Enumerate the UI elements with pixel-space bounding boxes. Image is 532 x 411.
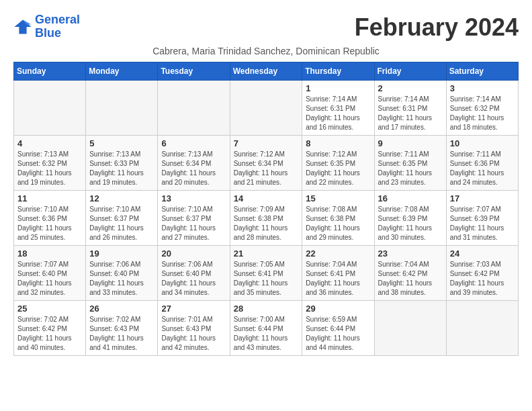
calendar-cell: 16Sunrise: 7:08 AM Sunset: 6:39 PM Dayli… [374, 191, 446, 246]
calendar-cell: 1Sunrise: 7:14 AM Sunset: 6:31 PM Daylig… [302, 81, 374, 136]
calendar-cell [374, 301, 446, 356]
calendar-cell: 13Sunrise: 7:10 AM Sunset: 6:37 PM Dayli… [158, 191, 230, 246]
day-number: 20 [161, 248, 226, 259]
calendar-cell: 2Sunrise: 7:14 AM Sunset: 6:31 PM Daylig… [374, 81, 446, 136]
day-number: 24 [450, 248, 515, 259]
calendar-cell: 27Sunrise: 7:01 AM Sunset: 6:43 PM Dayli… [158, 301, 230, 356]
calendar-body: 1Sunrise: 7:14 AM Sunset: 6:31 PM Daylig… [14, 81, 519, 356]
day-info: Sunrise: 7:09 AM Sunset: 6:38 PM Dayligh… [234, 205, 299, 242]
calendar-cell: 26Sunrise: 7:02 AM Sunset: 6:43 PM Dayli… [86, 301, 158, 356]
calendar-cell [230, 81, 302, 136]
calendar-week-5: 25Sunrise: 7:02 AM Sunset: 6:42 PM Dayli… [14, 301, 519, 356]
day-number: 21 [234, 248, 299, 259]
calendar-cell: 10Sunrise: 7:11 AM Sunset: 6:36 PM Dayli… [446, 136, 518, 191]
day-number: 12 [89, 193, 154, 203]
header-tuesday: Tuesday [158, 62, 230, 81]
day-number: 25 [17, 304, 82, 314]
day-number: 5 [89, 138, 154, 148]
day-info: Sunrise: 7:10 AM Sunset: 6:36 PM Dayligh… [17, 205, 82, 242]
calendar-cell: 25Sunrise: 7:02 AM Sunset: 6:42 PM Dayli… [14, 301, 86, 356]
logo-text: General Blue [35, 13, 80, 40]
calendar-cell: 19Sunrise: 7:06 AM Sunset: 6:40 PM Dayli… [86, 246, 158, 301]
calendar-week-2: 4Sunrise: 7:13 AM Sunset: 6:32 PM Daylig… [14, 136, 519, 191]
calendar-cell: 4Sunrise: 7:13 AM Sunset: 6:32 PM Daylig… [14, 136, 86, 191]
calendar-cell [86, 81, 158, 136]
calendar-table: Sunday Monday Tuesday Wednesday Thursday… [13, 62, 519, 356]
day-info: Sunrise: 7:12 AM Sunset: 6:35 PM Dayligh… [306, 150, 370, 187]
day-number: 13 [161, 193, 226, 203]
day-number: 29 [306, 304, 370, 314]
day-number: 23 [378, 248, 443, 259]
day-number: 8 [306, 138, 370, 148]
calendar-week-3: 11Sunrise: 7:10 AM Sunset: 6:36 PM Dayli… [14, 191, 519, 246]
logo-icon [13, 17, 32, 36]
day-info: Sunrise: 7:10 AM Sunset: 6:37 PM Dayligh… [161, 205, 226, 242]
day-info: Sunrise: 7:07 AM Sunset: 6:39 PM Dayligh… [450, 205, 515, 242]
day-info: Sunrise: 7:11 AM Sunset: 6:35 PM Dayligh… [378, 150, 443, 187]
day-info: Sunrise: 7:11 AM Sunset: 6:36 PM Dayligh… [450, 150, 515, 187]
day-number: 27 [161, 304, 226, 314]
day-info: Sunrise: 7:06 AM Sunset: 6:40 PM Dayligh… [161, 260, 226, 298]
day-number: 19 [89, 248, 154, 259]
calendar-cell: 11Sunrise: 7:10 AM Sunset: 6:36 PM Dayli… [14, 191, 86, 246]
subtitle: Cabrera, Maria Trinidad Sanchez, Dominic… [13, 46, 519, 56]
calendar-cell: 9Sunrise: 7:11 AM Sunset: 6:35 PM Daylig… [374, 136, 446, 191]
calendar-cell: 22Sunrise: 7:04 AM Sunset: 6:41 PM Dayli… [302, 246, 374, 301]
day-info: Sunrise: 7:06 AM Sunset: 6:40 PM Dayligh… [89, 260, 154, 298]
day-info: Sunrise: 7:01 AM Sunset: 6:43 PM Dayligh… [161, 315, 226, 353]
header-saturday: Saturday [446, 62, 518, 81]
calendar-cell: 8Sunrise: 7:12 AM Sunset: 6:35 PM Daylig… [302, 136, 374, 191]
header-sunday: Sunday [14, 62, 86, 81]
day-info: Sunrise: 7:13 AM Sunset: 6:34 PM Dayligh… [161, 150, 226, 187]
header-monday: Monday [86, 62, 158, 81]
day-number: 10 [450, 138, 515, 148]
calendar-cell: 21Sunrise: 7:05 AM Sunset: 6:41 PM Dayli… [230, 246, 302, 301]
day-number: 4 [17, 138, 82, 148]
day-info: Sunrise: 7:13 AM Sunset: 6:33 PM Dayligh… [89, 150, 154, 187]
day-number: 1 [306, 83, 370, 93]
svg-marker-0 [14, 19, 31, 34]
title-section: February 2024 [355, 13, 519, 42]
calendar-cell: 3Sunrise: 7:14 AM Sunset: 6:32 PM Daylig… [446, 81, 518, 136]
day-info: Sunrise: 6:59 AM Sunset: 6:44 PM Dayligh… [306, 315, 370, 353]
day-number: 11 [17, 193, 82, 203]
calendar-cell: 12Sunrise: 7:10 AM Sunset: 6:37 PM Dayli… [86, 191, 158, 246]
day-number: 3 [450, 83, 515, 93]
day-info: Sunrise: 7:03 AM Sunset: 6:42 PM Dayligh… [450, 260, 515, 298]
day-info: Sunrise: 7:08 AM Sunset: 6:38 PM Dayligh… [306, 205, 370, 242]
day-number: 28 [234, 304, 299, 314]
day-info: Sunrise: 7:10 AM Sunset: 6:37 PM Dayligh… [89, 205, 154, 242]
day-info: Sunrise: 7:12 AM Sunset: 6:34 PM Dayligh… [234, 150, 299, 187]
day-number: 15 [306, 193, 370, 203]
day-number: 6 [161, 138, 226, 148]
day-info: Sunrise: 7:04 AM Sunset: 6:42 PM Dayligh… [378, 260, 443, 298]
calendar-week-1: 1Sunrise: 7:14 AM Sunset: 6:31 PM Daylig… [14, 81, 519, 136]
calendar-cell [14, 81, 86, 136]
calendar-cell: 28Sunrise: 7:00 AM Sunset: 6:44 PM Dayli… [230, 301, 302, 356]
day-number: 16 [378, 193, 443, 203]
day-info: Sunrise: 7:07 AM Sunset: 6:40 PM Dayligh… [17, 260, 82, 298]
day-info: Sunrise: 7:14 AM Sunset: 6:31 PM Dayligh… [378, 95, 443, 132]
day-info: Sunrise: 7:08 AM Sunset: 6:39 PM Dayligh… [378, 205, 443, 242]
day-number: 9 [378, 138, 443, 148]
header-wednesday: Wednesday [230, 62, 302, 81]
page-header: General Blue February 2024 [13, 13, 519, 42]
calendar-cell [158, 81, 230, 136]
day-info: Sunrise: 7:13 AM Sunset: 6:32 PM Dayligh… [17, 150, 82, 187]
day-number: 22 [306, 248, 370, 259]
day-number: 26 [89, 304, 154, 314]
calendar-cell [446, 301, 518, 356]
calendar-cell: 5Sunrise: 7:13 AM Sunset: 6:33 PM Daylig… [86, 136, 158, 191]
day-info: Sunrise: 7:04 AM Sunset: 6:41 PM Dayligh… [306, 260, 370, 298]
calendar-week-4: 18Sunrise: 7:07 AM Sunset: 6:40 PM Dayli… [14, 246, 519, 301]
calendar-cell: 29Sunrise: 6:59 AM Sunset: 6:44 PM Dayli… [302, 301, 374, 356]
calendar-cell: 23Sunrise: 7:04 AM Sunset: 6:42 PM Dayli… [374, 246, 446, 301]
header-thursday: Thursday [302, 62, 374, 81]
day-info: Sunrise: 7:14 AM Sunset: 6:32 PM Dayligh… [450, 95, 515, 132]
day-number: 18 [17, 248, 82, 259]
calendar-cell: 20Sunrise: 7:06 AM Sunset: 6:40 PM Dayli… [158, 246, 230, 301]
header-row: Sunday Monday Tuesday Wednesday Thursday… [14, 62, 519, 81]
day-number: 2 [378, 83, 443, 93]
day-info: Sunrise: 7:14 AM Sunset: 6:31 PM Dayligh… [306, 95, 370, 132]
day-number: 17 [450, 193, 515, 203]
